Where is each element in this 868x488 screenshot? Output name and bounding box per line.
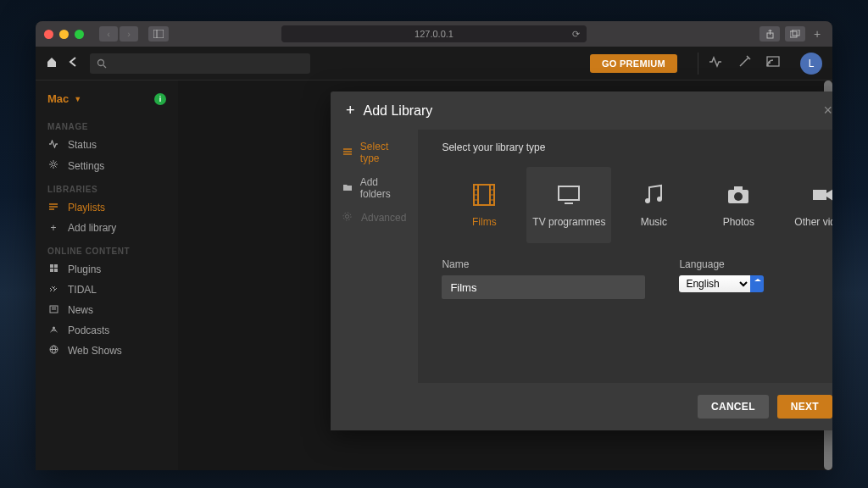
modal-header: + Add Library × [331,92,832,130]
main-content: stsms + Add Library × Select type [178,80,832,470]
svg-rect-38 [559,186,579,200]
folder-icon [342,182,353,194]
video-icon [810,182,832,208]
sidebar-item-label: Web Shows [68,345,122,357]
library-name-input[interactable] [442,275,645,299]
manage-header: MANAGE [36,114,178,135]
sidebar-item-label: Podcasts [68,324,109,336]
new-tab-button[interactable]: + [810,26,824,42]
step-label: Advanced [361,212,406,224]
cancel-button[interactable]: CANCEL [698,395,769,419]
url-text: 127.0.0.1 [415,29,453,39]
language-select[interactable]: English [679,275,764,292]
svg-point-27 [346,215,349,219]
svg-point-44 [734,192,743,201]
chevron-down-icon: ▼ [74,95,81,103]
type-other[interactable]: Other videos [781,167,832,243]
sidebar-item-add-library[interactable]: + Add library [36,218,178,238]
browser-window: ‹ › 127.0.0.1 ⟳ + [36,21,832,470]
film-icon [471,182,497,208]
activity-icon[interactable] [709,56,722,70]
gear-icon [342,212,354,224]
app-back-icon[interactable] [68,56,80,70]
activity-icon [47,139,59,151]
type-label: Films [472,216,497,228]
svg-line-6 [103,65,106,68]
modal-steps: Select type Add folders Advanced [331,130,418,383]
window-controls [44,30,84,39]
libraries-header: LIBRARIES [36,176,178,197]
sidebar-item-news[interactable]: News [36,300,178,320]
close-modal-button[interactable]: × [823,102,832,119]
type-music[interactable]: Music [611,167,696,243]
sidebar-item-label: News [68,304,93,316]
svg-rect-15 [50,269,53,272]
svg-point-5 [98,59,104,65]
go-premium-button[interactable]: GO PREMIUM [590,54,677,73]
tv-icon [556,182,581,208]
server-status-icon: i [154,93,166,105]
language-label: Language [679,258,764,270]
sidebar-item-label: Playlists [68,202,105,214]
svg-point-40 [645,198,650,203]
step-advanced: Advanced [331,206,418,230]
sidebar-item-label: Status [68,139,97,151]
close-window-button[interactable] [44,30,53,39]
sidebar-item-label: Plugins [68,263,101,275]
type-tv[interactable]: TV programmes [526,167,611,243]
browser-back-button[interactable]: ‹ [99,26,118,42]
type-label: Music [641,216,667,228]
svg-rect-13 [50,264,53,268]
minimize-window-button[interactable] [59,30,69,39]
playlist-icon [47,202,59,214]
search-icon [97,58,107,69]
sidebar: Mac ▼ i MANAGE Status Settings LIBRARIES… [36,80,178,470]
step-label: Select type [360,141,407,164]
user-avatar[interactable]: L [800,53,822,75]
sidebar-item-playlists[interactable]: Playlists [36,197,178,218]
modal-main: Select your library type Films TV progra… [418,130,832,383]
home-icon[interactable] [46,56,58,70]
tools-icon[interactable] [737,55,751,71]
sidebar-item-podcasts[interactable]: Podcasts [36,320,178,341]
svg-rect-14 [54,264,58,268]
type-films[interactable]: Films [442,167,526,243]
step-select-type[interactable]: Select type [331,135,418,170]
modal-title: Add Library [364,103,433,119]
add-library-modal: + Add Library × Select type Ad [331,92,832,430]
type-label: Photos [723,216,754,228]
type-label: TV programmes [532,216,605,228]
name-label: Name [442,258,645,270]
share-button[interactable] [760,26,780,42]
sidebar-item-plugins[interactable]: Plugins [36,259,178,280]
svg-rect-16 [54,269,58,272]
cast-icon[interactable] [766,56,780,70]
url-bar[interactable]: 127.0.0.1 ⟳ [281,25,587,42]
svg-point-8 [767,64,769,66]
svg-point-9 [52,163,55,166]
svg-rect-0 [153,30,164,38]
sidebar-item-tidal[interactable]: TIDAL [36,280,178,300]
sidebar-item-settings[interactable]: Settings [36,155,178,176]
modal-footer: CANCEL NEXT [331,383,832,430]
type-photos[interactable]: Photos [696,167,781,243]
tabs-button[interactable] [785,26,805,42]
sidebar-item-status[interactable]: Status [36,135,178,155]
online-header: ONLINE CONTENT [36,238,178,259]
svg-rect-45 [813,190,826,200]
search-input[interactable] [90,53,310,74]
svg-rect-4 [793,30,799,36]
step-add-folders[interactable]: Add folders [331,170,418,206]
camera-icon [726,182,751,208]
server-selector[interactable]: Mac ▼ i [36,89,178,114]
browser-forward-button[interactable]: › [120,26,138,42]
maximize-window-button[interactable] [75,30,84,39]
next-button[interactable]: NEXT [777,395,832,419]
step-label: Add folders [360,176,407,200]
browser-sidebar-toggle[interactable] [148,26,169,42]
sidebar-item-web-shows[interactable]: Web Shows [36,341,178,361]
app-content: GO PREMIUM L Mac ▼ i [36,47,832,470]
reload-icon[interactable]: ⟳ [572,29,580,40]
sidebar-item-label: Add library [68,222,116,234]
list-icon [342,147,353,158]
